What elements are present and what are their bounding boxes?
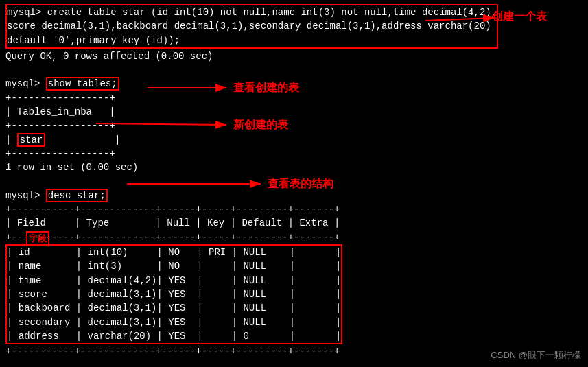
star-value: star (17, 133, 46, 147)
watermark: CSDN @眼下一颗柠檬 (491, 349, 581, 362)
desc-border-mid: +-----------+-------------+------+-----+… (5, 230, 583, 244)
row-name: | name | int(3) | NO | | NULL | | (7, 259, 341, 273)
table-border-bot: +-----------------+ (5, 147, 583, 161)
row-time: | time | decimal(4,2)| YES | | NULL | | (7, 274, 341, 287)
create-line-3: default '0',primary key (id)); (7, 34, 497, 47)
row-address: | address | varchar(20) | YES | | 0 | | (7, 329, 341, 343)
row-id: | id | int(10) | NO | PRI | NULL | | (7, 246, 341, 259)
tables-header: | Tables_in_nba | (5, 105, 583, 119)
annotation-desc-star: 查看表的结构 (268, 177, 333, 191)
blank-1 (5, 63, 583, 77)
desc-border-top: +-----------+-------------+------+-----+… (5, 202, 583, 216)
annotation-create-table: 创建一个表 (492, 10, 547, 24)
desc-star-cmd: desc star; (46, 189, 108, 202)
create-line-1: mysql> create table star (id int(10) not… (7, 5, 497, 19)
annotation-show-tables: 查看创建的表 (233, 81, 299, 95)
desc-header: | Field | Type | Null | Key | Default | … (5, 216, 583, 230)
table-border-mid: +-----------------+ (5, 119, 583, 132)
star-row: | star | (5, 133, 583, 147)
row-score: | score | decimal(3,1)| YES | | NULL | | (7, 287, 341, 301)
query-ok-line: Query OK, 0 rows affected (0.00 sec) (5, 49, 583, 63)
row-backboard: | backboard | decimal(3,1)| YES | | NULL… (7, 301, 341, 315)
create-line-2: score decimal(3,1),backboard decimal(3,1… (7, 19, 497, 33)
annotation-field: 字段 (26, 231, 49, 246)
row-secondary: | secondary | decimal(3,1)| YES | | NULL… (7, 316, 341, 329)
show-tables-cmd: show tables; (46, 77, 119, 91)
terminal: mysql> create table star (id int(10) not… (0, 0, 588, 367)
annotation-new-table: 新创建的表 (233, 118, 288, 132)
row-count: 1 row in set (0.00 sec) (5, 161, 583, 174)
